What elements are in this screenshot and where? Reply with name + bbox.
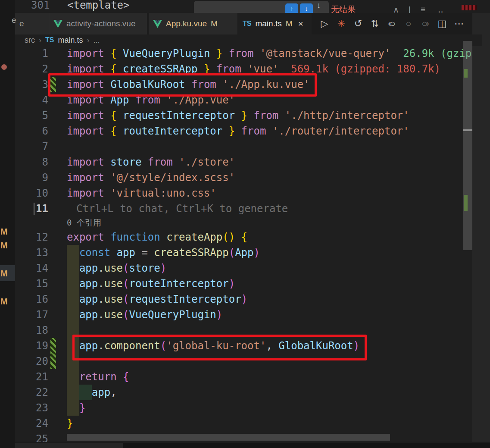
code-line-17[interactable]: 17 app.use(VueQueryPlugin) [15,307,472,323]
vertical-scrollbar[interactable] [463,41,472,442]
find-icon-2[interactable]: ≡ [421,5,425,13]
ai-spark-button[interactable]: ✳ [332,13,349,34]
code-line-23[interactable]: 23 } [15,400,472,416]
modified-badge: M [211,19,218,28]
ts-file-icon: TS [45,36,54,44]
line-number: 20 [15,354,48,369]
code-line-16[interactable]: 16 app.use(requestInterceptor) [15,291,472,307]
tab-label: e [19,19,24,28]
close-icon[interactable]: × [298,19,303,29]
line-number: 12 [15,229,48,245]
line-number: 9 [15,170,48,185]
tab-label: main.ts [255,19,281,28]
bottom-edge-strip [15,442,490,448]
code-text: import { routeInterceptor } from './rout… [67,123,409,139]
code-text: } [67,416,73,431]
line-number: 3 [15,77,48,92]
code-text: import 'virtual:uno.css' [67,185,216,201]
nav-circle-button[interactable]: ○ [399,13,416,34]
modified-badge: M [0,241,8,251]
tab-partial[interactable]: e [15,13,49,34]
timeline-history-button[interactable]: ↺ [349,13,366,34]
code-text: return { [67,369,129,385]
overview-git-added-mark [464,69,468,78]
find-toggle-button-1[interactable]: ↑ [285,3,298,13]
code-line-14[interactable]: 14 app.use(store) [15,260,472,276]
find-icon-3[interactable]: ‥ [438,5,443,13]
code-line-12[interactable]: 12export function createApp() { [15,229,472,245]
run-button[interactable]: ▷ [315,13,332,34]
breadcrumb[interactable]: src › TS main.ts › ... [15,34,482,46]
find-down-icon[interactable]: ↓ [317,1,321,10]
code-line-8[interactable]: 8import store from './store' [15,154,472,170]
tab-main-ts[interactable]: TSmain.tsM× [238,13,312,34]
code-editor[interactable]: 1import { VueQueryPlugin } from '@tansta… [15,46,472,448]
breadcrumb-separator: › [39,36,41,45]
file-color-dot-icon [1,64,7,70]
text-cursor [34,203,34,215]
nav-forward-button[interactable]: ○› [416,13,433,34]
find-icon-1[interactable]: | [409,5,411,13]
code-line-24[interactable]: 24} [15,416,472,431]
code-line-5[interactable]: 5import { requestInterceptor } from './h… [15,108,472,123]
breadcrumb-file[interactable]: main.ts [58,36,83,45]
split-editor-button[interactable]: ◫ [433,13,450,34]
code-line-11[interactable]: 11Ctrl+L to chat, Ctrl+K to generate [15,201,472,216]
line-number: 8 [15,154,48,170]
tab-bar: eactivity-actions.vueApp.ku.vueMTSmain.t… [15,13,472,34]
git-added-gutter-mark[interactable] [50,338,56,354]
more-actions-button[interactable]: ⋯ [450,13,467,34]
breadcrumb-symbol-more[interactable]: ... [93,36,100,45]
line-number: 6 [15,123,48,139]
tab-app-ku[interactable]: App.ku.vueM [149,13,237,34]
find-results-text: 无结果 [331,4,356,13]
code-line-1[interactable]: 1import { VueQueryPlugin } from '@tansta… [15,46,472,61]
line-number: 14 [15,260,48,276]
code-line-6[interactable]: 6import { routeInterceptor } from './rou… [15,123,472,139]
sidebar-filename-fragment: e [12,16,16,25]
code-line-10[interactable]: 10import 'virtual:uno.css' [15,185,472,201]
code-line-9[interactable]: 9import '@/style/index.scss' [15,170,472,185]
bottom-panel-fragment [15,443,123,448]
annotation-highlight-box-line3 [48,73,317,97]
codelens-references[interactable]: 0 个引用 [15,216,472,229]
tab-label: App.ku.vue [166,19,207,28]
compare-changes-button[interactable]: ⇅ [366,13,383,34]
code-line-21[interactable]: 21 return { [15,369,472,385]
line-number: 15 [15,276,48,291]
breadcrumb-separator: › [87,36,89,45]
line-number: 22 [15,385,48,400]
behind-code-text: <template> [67,0,130,12]
nav-back-button[interactable]: ‹○ [383,13,399,34]
code-text: } [67,400,85,416]
code-line-13[interactable]: 13 const app = createSSRApp(App) [15,245,472,260]
line-number: 1 [15,46,48,61]
tab-activity-actions[interactable]: activity-actions.vue [49,13,147,34]
ai-ghost-hint: Ctrl+L to chat, Ctrl+K to generate [76,203,288,215]
code-text: export function createApp() { [67,229,247,245]
line-number: 23 [15,400,48,416]
find-toggle-button-2[interactable]: ↓ [300,3,313,13]
code-line-22[interactable]: 22 app, [15,385,472,400]
background-editor-strip: 301 <template> ↑ ↓ ↓ 无结果 ∧|≡‥ [15,0,490,13]
vue-icon [53,20,62,28]
overview-git-added-mark [464,195,468,211]
git-added-gutter-mark[interactable] [50,354,56,369]
modified-badge: M [0,227,8,237]
breadcrumb-folder[interactable]: src [25,36,35,45]
horizontal-scrollbar-thumb[interactable] [67,434,390,441]
code-text: const app = createSSRApp(App) [67,245,260,260]
code-text: app.use(requestInterceptor) [67,291,247,307]
code-line-7[interactable]: 7 [15,139,472,154]
overview-red-marks [462,5,477,10]
line-number: 2 [15,61,48,77]
line-number: 18 [15,323,48,338]
annotation-highlight-box-line19 [72,335,367,360]
code-line-15[interactable]: 15 app.use(routeInterceptor) [15,276,472,291]
line-number: 4 [15,92,48,108]
find-icon-0[interactable]: ∧ [393,5,399,13]
editor-actions: ▷✳↺⇅‹○○○›◫⋯ [315,13,467,34]
code-text: import { requestInterceptor } from './ht… [67,108,409,123]
vscode-window: 301 <template> ↑ ↓ ↓ 无结果 ∧|≡‥ e MMMM eac… [0,0,490,448]
behind-line-number: 301 [31,0,50,12]
